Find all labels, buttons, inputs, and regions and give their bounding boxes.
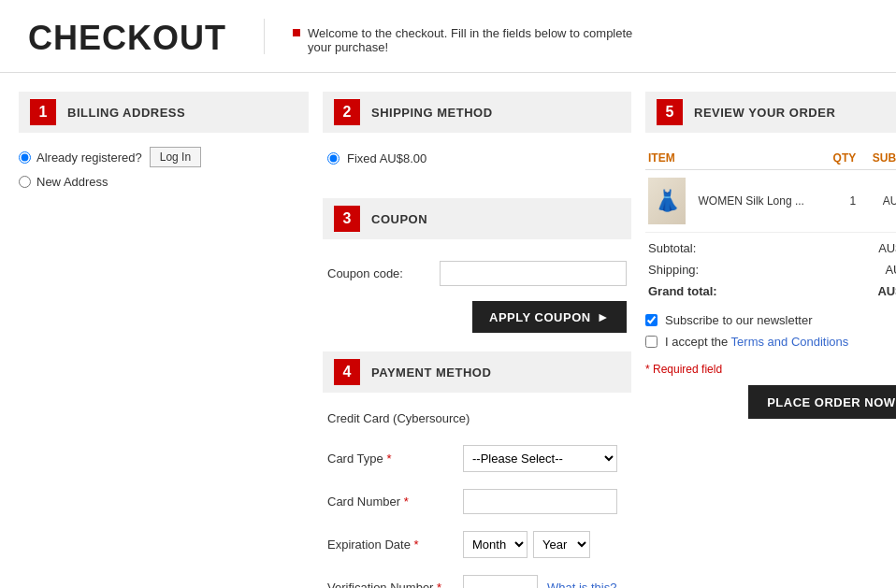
terms-checkbox[interactable] <box>645 336 658 348</box>
expiry-month-select[interactable]: Month 01020304 05060708 09101112 <box>463 531 527 558</box>
already-registered-radio[interactable] <box>19 151 31 164</box>
payment-title: PAYMENT METHOD <box>371 366 491 380</box>
verification-label: Verification Number * <box>327 581 463 588</box>
grand-total-value: AU$67.90 <box>805 280 896 302</box>
what-is-this-link[interactable]: What is this? <box>547 581 616 588</box>
shipping-option-row: Fixed AU$8.00 <box>323 147 631 179</box>
newsletter-checkbox[interactable] <box>645 314 658 326</box>
billing-title: BILLING ADDRESS <box>67 106 185 120</box>
billing-header: 1 BILLING ADDRESS <box>19 92 309 133</box>
card-number-input[interactable] <box>463 489 617 514</box>
fixed-shipping-radio[interactable] <box>327 152 340 165</box>
totals-table: Subtotal: AU$59.90 Shipping: AU$8.00 Gra… <box>645 237 896 302</box>
top-bar: CHECKOUT Welcome to the checkout. Fill i… <box>0 0 896 73</box>
shipping-title: SHIPPING METHOD <box>371 106 493 120</box>
new-address-row: New Address <box>19 175 309 189</box>
review-header: 5 REVIEW YOUR ORDER <box>645 92 896 133</box>
apply-coupon-arrow: ► <box>597 309 610 324</box>
card-type-required: * <box>386 452 391 466</box>
bullet-icon <box>293 29 300 36</box>
expiry-year-select[interactable]: Year 202420252026 202720282029 <box>533 531 590 558</box>
payment-number: 4 <box>334 359 360 385</box>
grand-total-row: Grand total: AU$67.90 <box>645 280 896 302</box>
coupon-header: 3 COUPON <box>323 198 631 239</box>
apply-btn-row: APPLY COUPON ► <box>323 301 631 333</box>
col-item-header: ITEM <box>645 147 826 170</box>
already-registered-row: Already registered? Log In <box>19 147 309 167</box>
coupon-input-row: Coupon code: <box>323 253 631 294</box>
apply-coupon-button[interactable]: APPLY COUPON ► <box>472 301 627 333</box>
required-note: * Required field <box>645 363 896 376</box>
welcome-text-line1: Welcome to the checkout. Fill in the fie… <box>308 26 632 40</box>
shipping-header: 2 SHIPPING METHOD <box>323 92 631 133</box>
terms-label: I accept the Terms and Conditions <box>665 335 848 349</box>
coupon-number: 3 <box>334 206 360 232</box>
expiry-selects: Month 01020304 05060708 09101112 Year 20… <box>463 531 590 558</box>
verification-inputs: What is this? <box>463 575 616 588</box>
product-name-cell: WOMEN Silk Long ... <box>696 170 826 233</box>
billing-number: 1 <box>30 99 56 125</box>
card-type-label: Card Type * <box>327 452 463 466</box>
billing-column: 1 BILLING ADDRESS Already registered? Lo… <box>19 92 309 208</box>
shipping-section: 2 SHIPPING METHOD Fixed AU$8.00 <box>323 92 631 179</box>
already-registered-label: Already registered? <box>36 151 142 165</box>
subtotal-value: AU$59.90 <box>805 237 896 259</box>
new-address-label: New Address <box>36 175 108 189</box>
review-section: 5 REVIEW YOUR ORDER ITEM QTY SUBTOTAL <box>645 92 896 419</box>
shipping-number: 2 <box>334 99 360 125</box>
coupon-input[interactable] <box>440 261 627 286</box>
apply-coupon-label: APPLY COUPON <box>489 310 591 324</box>
newsletter-row: Subscribe to our newsletter <box>645 313 896 327</box>
shipping-label: Shipping: <box>645 259 805 280</box>
expiration-date-row: Expiration Date * Month 01020304 0506070… <box>323 525 631 564</box>
coupon-label: Coupon code: <box>327 266 440 280</box>
required-note-text: Required field <box>653 363 722 376</box>
verification-row: Verification Number * What is this? <box>323 569 631 588</box>
product-name: WOMEN Silk Long ... <box>699 194 823 208</box>
newsletter-label: Subscribe to our newsletter <box>665 313 813 327</box>
card-number-row: Card Number * <box>323 483 631 520</box>
product-qty-cell: 1 <box>826 170 860 233</box>
verification-input[interactable] <box>463 575 538 588</box>
review-title: REVIEW YOUR ORDER <box>694 106 835 120</box>
terms-link[interactable]: Terms and Conditions <box>731 335 849 349</box>
payment-section: 4 PAYMENT METHOD Credit Card (Cybersourc… <box>323 351 631 588</box>
shipping-value: AU$8.00 <box>805 259 896 280</box>
terms-row: I accept the Terms and Conditions <box>645 335 896 349</box>
place-order-label: PLACE ORDER NOW <box>767 395 896 409</box>
col-qty-header: QTY <box>826 147 860 170</box>
login-button[interactable]: Log In <box>150 147 201 167</box>
review-column: 5 REVIEW YOUR ORDER ITEM QTY SUBTOTAL <box>645 92 896 419</box>
middle-column: 2 SHIPPING METHOD Fixed AU$8.00 3 COUPON… <box>323 92 631 588</box>
coupon-section: 3 COUPON Coupon code: APPLY COUPON ► <box>323 198 631 333</box>
payment-subtitle: Credit Card (Cybersource) <box>323 407 631 439</box>
verification-required: * <box>437 581 441 588</box>
expiration-date-label: Expiration Date * <box>327 538 463 552</box>
billing-section: 1 BILLING ADDRESS Already registered? Lo… <box>19 92 309 189</box>
col-subtotal-header: SUBTOTAL <box>859 147 896 170</box>
order-item-row: 👗 WOMEN Silk Long ... 1 AU$59.90 <box>645 170 896 233</box>
product-thumbnail: 👗 <box>648 178 686 224</box>
product-thumbnail-cell: 👗 <box>645 170 696 233</box>
place-order-button[interactable]: PLACE ORDER NOW ► <box>748 385 896 419</box>
main-content: 1 BILLING ADDRESS Already registered? Lo… <box>0 73 896 588</box>
shipping-option-label: Fixed AU$8.00 <box>347 151 426 165</box>
card-number-required: * <box>404 495 409 509</box>
order-table: ITEM QTY SUBTOTAL 👗 WOMEN Silk Long <box>645 147 896 233</box>
card-number-label: Card Number * <box>327 495 463 509</box>
welcome-text-line2: your purchase! <box>308 40 388 54</box>
review-number: 5 <box>657 99 683 125</box>
shipping-row: Shipping: AU$8.00 <box>645 259 896 280</box>
page-title: CHECKOUT <box>28 19 226 58</box>
card-type-select[interactable]: --Please Select-- Visa Mastercard Americ… <box>463 445 617 472</box>
expiration-required: * <box>414 538 419 552</box>
coupon-title: COUPON <box>371 212 427 226</box>
new-address-radio[interactable] <box>19 176 31 188</box>
grand-total-label: Grand total: <box>645 280 805 302</box>
required-star-symbol: * <box>645 363 650 376</box>
welcome-message: Welcome to the checkout. Fill in the fie… <box>264 19 632 54</box>
payment-header: 4 PAYMENT METHOD <box>323 351 631 393</box>
place-order-row: PLACE ORDER NOW ► <box>645 385 896 419</box>
card-type-row: Card Type * --Please Select-- Visa Maste… <box>323 439 631 478</box>
product-subtotal-cell: AU$59.90 <box>859 170 896 233</box>
